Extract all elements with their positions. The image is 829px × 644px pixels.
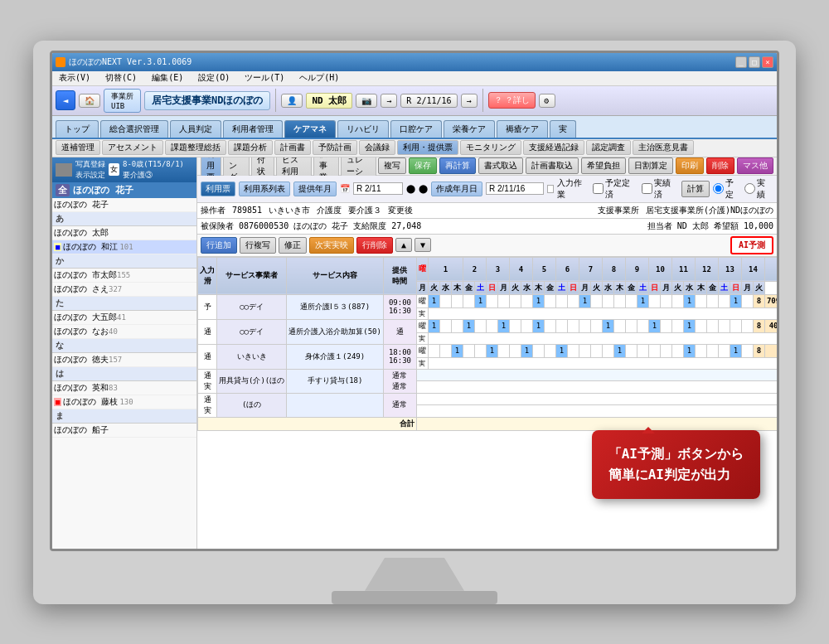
jissekisumi-checkbox[interactable] xyxy=(642,183,652,194)
dh-mon4: 月 xyxy=(660,281,671,294)
jisseki-radio[interactable]: 実績 xyxy=(744,177,773,201)
tab-oral[interactable]: 口腔ケア xyxy=(390,120,442,138)
patient-item[interactable]: ほのぼの 徳夫 157 xyxy=(52,353,196,367)
nav-back-btn[interactable]: ◄ xyxy=(56,90,75,110)
row5-provider: (ほの xyxy=(217,393,287,417)
patient-item[interactable]: ほのぼの 太郎 xyxy=(52,226,196,240)
patient-item[interactable]: ほのぼの 花子 xyxy=(52,198,196,212)
patient-num: 327 xyxy=(109,285,122,293)
nisseisan-btn[interactable]: 日割算定 xyxy=(628,157,673,174)
row1-d22 xyxy=(671,294,683,307)
menu-help[interactable]: ヘルプ(H) xyxy=(296,72,342,84)
help-btn[interactable]: ？ ？詳し xyxy=(488,92,536,109)
teikyou-label[interactable]: 提供年月 xyxy=(293,182,337,196)
yoteisumi-checkbox[interactable] xyxy=(593,183,604,194)
tab-nutrition[interactable]: 栄養ケア xyxy=(444,120,495,138)
save-btn[interactable]: 保存 xyxy=(409,157,437,174)
submenu-iken[interactable]: 主治医意見書 xyxy=(633,140,694,155)
menu-settings[interactable]: 設定(O) xyxy=(195,72,233,84)
home-btn[interactable]: 🏠 xyxy=(79,94,100,108)
submenu-monitoring[interactable]: モニタリング xyxy=(460,140,521,155)
copy-row-btn[interactable]: 行複写 xyxy=(240,237,276,254)
submenu-riyou[interactable]: 利用・提供票 xyxy=(397,140,458,155)
keikaku-btn[interactable]: 計画書取込 xyxy=(526,157,579,174)
patient-name: ほのぼの 太郎 xyxy=(54,227,109,239)
row3-input: 通 xyxy=(198,344,217,369)
menu-view[interactable]: 表示(V) xyxy=(56,72,94,84)
sakusei-label[interactable]: 作成年月日 xyxy=(431,182,482,196)
camera-btn[interactable]: 📷 xyxy=(356,94,377,108)
minimize-btn[interactable]: _ xyxy=(735,56,747,68)
date2-input[interactable] xyxy=(486,182,544,195)
patient-item[interactable]: ■ ほのぼの 和江 101 xyxy=(52,240,196,254)
edit-btn[interactable]: 修正 xyxy=(279,237,307,254)
submenu-yobou[interactable]: 予防計画 xyxy=(313,140,357,155)
recalc-btn[interactable]: 再計算 xyxy=(439,157,476,174)
tab-caremanager[interactable]: ケアマネ xyxy=(284,120,336,138)
tab-rehab[interactable]: リハビリ xyxy=(337,120,389,138)
date1-input[interactable] xyxy=(353,182,403,195)
delete-btn[interactable]: 削除 xyxy=(706,157,734,174)
format-delete-btn[interactable]: 書式取込 xyxy=(478,157,523,174)
tab-pressure[interactable]: 褥瘡ケア xyxy=(497,120,548,138)
copy-btn[interactable]: 複写 xyxy=(378,157,406,174)
calc-btn[interactable]: 計算 xyxy=(681,181,710,197)
row1-d-hdr: 曜 xyxy=(416,294,428,307)
tab-sogosentaku[interactable]: 総合選択管理 xyxy=(100,120,168,138)
settings2-btn[interactable]: ⚙ xyxy=(539,94,555,108)
tab-riyousha[interactable]: 利用者管理 xyxy=(223,120,283,138)
riyou-list-label[interactable]: 利用系列表 xyxy=(239,182,290,196)
submenu-hosho[interactable]: 道補管理 xyxy=(56,140,100,155)
user-icon-btn[interactable]: 👤 xyxy=(281,94,303,108)
tab-more[interactable]: 実 xyxy=(550,120,576,138)
patient-item[interactable]: ほのぼの 英和 83 xyxy=(52,381,196,395)
jissekisumi-check[interactable]: 実績済 xyxy=(642,177,678,201)
facility-btn[interactable]: 事業所UIB xyxy=(104,89,141,113)
row1-d20 xyxy=(648,294,660,307)
patient-info-label: 8-0歳(T15/8/1)要介護③ xyxy=(123,159,184,181)
patient-item[interactable]: ほのぼの 大五郎 41 xyxy=(52,311,196,325)
patient-item[interactable]: ほのぼの さえ 327 xyxy=(52,283,196,297)
submenu-assessment[interactable]: アセスメント xyxy=(102,140,163,155)
hope-val: 10,000 xyxy=(744,221,773,230)
tab-jininhantei[interactable]: 人員判定 xyxy=(170,120,221,138)
kibotantosha-btn[interactable]: 希望負担 xyxy=(581,157,626,174)
row2b-d-hdr: 実 xyxy=(416,332,428,344)
submenu-shien[interactable]: 支援経過記録 xyxy=(523,140,584,155)
down-btn[interactable]: ▼ xyxy=(414,238,431,252)
up-btn[interactable]: ▲ xyxy=(395,238,412,252)
menu-switch[interactable]: 切替(C) xyxy=(102,72,140,84)
week10: 10 xyxy=(648,257,671,281)
execute-btn[interactable]: 次実実映 xyxy=(309,237,354,254)
print-btn[interactable]: 印刷 xyxy=(676,157,704,174)
yotei-radio-input[interactable] xyxy=(713,183,724,194)
submenu-kaigi[interactable]: 会議録 xyxy=(359,140,395,155)
submenu-keikaku[interactable]: 計画書 xyxy=(274,140,311,155)
menu-edit[interactable]: 編集(E) xyxy=(148,72,187,84)
yotei-radio[interactable]: 予定 xyxy=(713,177,742,201)
menu-tools[interactable]: ツール(T) xyxy=(241,72,288,84)
patient-item[interactable]: ほのぼの 市太郎 155 xyxy=(52,269,196,283)
patient-item[interactable]: ■ ほのぼの 藤枝 130 xyxy=(52,395,196,409)
submenu-bunnseki[interactable]: 課題分析 xyxy=(228,140,273,155)
add-row-btn[interactable]: 行追加 xyxy=(201,237,237,254)
submenu-kadai[interactable]: 課題整理総括 xyxy=(165,140,226,155)
submenu-nintei[interactable]: 認定調査 xyxy=(586,140,631,155)
row2-content: 通所介護入浴介助加算(50) xyxy=(287,319,384,344)
patient-item[interactable]: ほのぼの 船子 xyxy=(52,424,196,438)
yoteisumi-check[interactable]: 予定定済 xyxy=(593,177,638,201)
ai-predict-btn[interactable]: AI予測 xyxy=(730,236,773,254)
close-btn[interactable]: × xyxy=(762,56,773,68)
arrow-btn[interactable]: → xyxy=(381,94,397,108)
maximize-btn[interactable]: □ xyxy=(749,56,760,68)
row1-d14: 1 xyxy=(579,294,590,307)
masu-btn[interactable]: マス他 xyxy=(737,157,773,174)
arrow2-btn[interactable]: → xyxy=(461,94,478,108)
row3-d10 xyxy=(532,344,544,357)
tab-top[interactable]: トップ xyxy=(56,120,99,138)
delete-row-btn[interactable]: 行削除 xyxy=(356,237,393,254)
riyouhyo-label[interactable]: 利用票 xyxy=(201,182,235,196)
patient-item[interactable]: ほのぼの なお 40 xyxy=(52,325,196,339)
jisseki-radio-input[interactable] xyxy=(744,183,755,194)
row2-d24 xyxy=(695,319,706,332)
